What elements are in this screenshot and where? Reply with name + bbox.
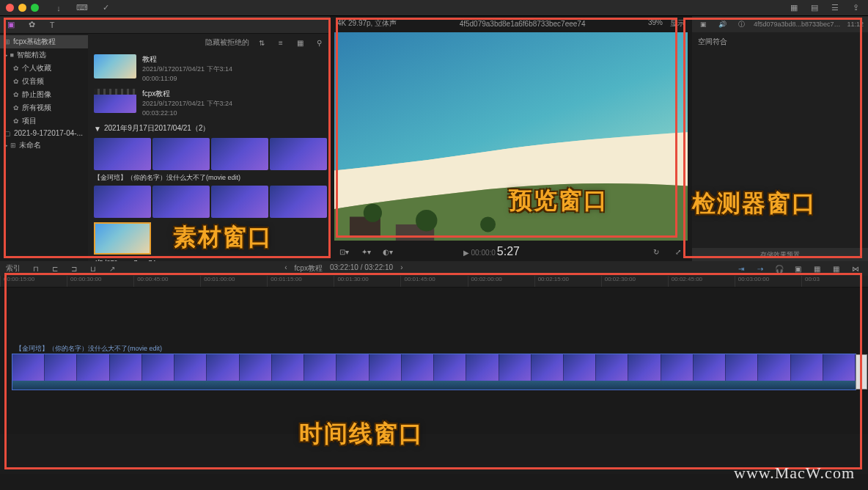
layout2-icon[interactable]: ▤ xyxy=(808,2,821,14)
title-right: ▦ ▤ ☰ ⇪ xyxy=(787,2,862,14)
chevron-left-icon[interactable]: ‹ xyxy=(284,263,287,274)
clip-name: 【金珂培】（你的名字）没什么大不了(movie edit) xyxy=(88,172,330,184)
solo-icon[interactable]: ▣ xyxy=(792,263,805,274)
color-icon[interactable]: ◐▾ xyxy=(381,246,394,257)
insert-icon[interactable]: ⊏ xyxy=(48,263,62,274)
index-button[interactable]: 索引 xyxy=(6,263,21,274)
sidebar-stills[interactable]: ✿静止图像 xyxy=(0,88,88,101)
title-tools: ↓ ⌨ ✓ xyxy=(52,2,112,14)
clip-dur: 00:00:11:09 xyxy=(142,74,232,84)
chevron-icon: ▸ ⊞ xyxy=(4,142,16,149)
view-icon[interactable]: ▦ xyxy=(811,263,824,274)
view-menu[interactable]: 显示 xyxy=(670,18,685,29)
clip-label: 【金珂培】（你的名字）没什么大不了(movie edit) xyxy=(15,344,162,354)
audio-waveform xyxy=(12,381,856,390)
insp-tc: 11:12 xyxy=(847,21,864,28)
sb-label: 静止图像 xyxy=(22,89,51,100)
transitions-icon[interactable]: ⋈ xyxy=(849,263,862,274)
event-group[interactable]: ▼2021年9月17日2017/04/21（2） xyxy=(88,120,330,136)
sidebar-unnamed[interactable]: ▸ ⊞ 未命名 xyxy=(0,139,88,152)
audio-tab-icon[interactable]: 🔊 xyxy=(716,18,729,30)
ruler-tick: 00:03 xyxy=(801,276,868,287)
project-row[interactable]: fcpx教程 2021/9/172017/04/21 下午3:24 00:03:… xyxy=(88,86,330,120)
audio-skim-icon[interactable]: 🎧 xyxy=(773,263,786,274)
timeline-ruler[interactable]: 00:00:15:00 00:00:30:00 00:00:45:00 00:0… xyxy=(0,276,868,288)
save-preset-button[interactable]: 存储效果预置 xyxy=(692,248,868,261)
project-thumb xyxy=(94,54,136,78)
transform-icon[interactable]: ⊡▾ xyxy=(337,246,350,257)
sidebar-projects[interactable]: ✿项目 xyxy=(0,114,88,128)
browser-header: ▣ ✿ T xyxy=(0,16,330,34)
spatial-conform-label: 空间符合 xyxy=(698,37,862,47)
clip-title: 教程 xyxy=(142,54,232,65)
sidebar-library[interactable]: ⊞fcpx基础教程 xyxy=(0,35,88,48)
filter-label[interactable]: 隐藏被拒绝的 xyxy=(205,37,249,48)
keyword-icon[interactable]: ⌨ xyxy=(76,2,89,14)
clip-date: 2021/9/172017/04/21 下午3:24 xyxy=(142,99,232,109)
list-icon[interactable]: ≡ xyxy=(274,37,287,48)
browser-panel: ▣ ✿ T ⊞fcpx基础教程 ▸ ■ 智能精选 ✿个人收藏 ✿仅音频 ✿静止图… xyxy=(0,16,330,261)
snap-icon[interactable]: ⇥ xyxy=(735,263,748,274)
clip-dur: 00:03:22:10 xyxy=(142,109,232,118)
svg-point-3 xyxy=(416,210,437,231)
skim-icon[interactable]: ⇢ xyxy=(754,263,767,274)
append-icon[interactable]: ⊐ xyxy=(67,263,81,274)
clip-thumb xyxy=(270,186,327,218)
play-icon[interactable]: ▶ xyxy=(463,249,469,257)
timeline-header: 索引 ⊓ ⊏ ⊐ ⊔ ↗ ‹ fcpx教程 03:22:10 / 03:22:1… xyxy=(0,261,868,276)
selected-clip[interactable] xyxy=(94,222,151,255)
close-icon[interactable] xyxy=(6,4,14,12)
viewer-canvas[interactable] xyxy=(334,32,688,241)
sidebar-audio[interactable]: ✿仅音频 xyxy=(0,75,88,88)
filmstrip[interactable] xyxy=(88,184,330,219)
watermark: www.MacW.com xyxy=(734,464,855,483)
overwrite-icon[interactable]: ⊔ xyxy=(87,263,100,274)
connect-icon[interactable]: ⊓ xyxy=(29,263,43,274)
sort-icon[interactable]: ⇅ xyxy=(255,37,268,48)
video-tab-icon[interactable]: ▣ xyxy=(696,18,710,30)
search-icon[interactable]: ⚲ xyxy=(312,37,326,48)
chevron-right-icon[interactable]: › xyxy=(400,263,402,274)
loop-icon[interactable]: ↻ xyxy=(650,246,663,257)
share-icon[interactable]: ⇪ xyxy=(849,2,862,14)
minimize-icon[interactable] xyxy=(18,4,26,12)
viewer-header: 4K 29.97p, 立体声 4f5d079a3bd8e1a6f6b8733be… xyxy=(330,16,692,31)
clip-thumb xyxy=(152,186,210,218)
sidebar-video[interactable]: ✿所有视频 xyxy=(0,101,88,114)
maximize-icon[interactable] xyxy=(31,4,39,12)
clip-thumb xyxy=(94,138,151,170)
import-icon[interactable]: ↓ xyxy=(52,2,65,14)
sliders-icon[interactable]: ☰ xyxy=(828,2,842,14)
layout-icon[interactable]: ▦ xyxy=(787,2,801,14)
gear-icon: ✿ xyxy=(13,104,19,111)
unnamed-label: 未命名 xyxy=(19,140,41,150)
timeline-body[interactable]: 【金珂培】（你的名字）没什么大不了(movie edit) xyxy=(0,288,868,434)
bg-tasks-icon[interactable]: ✓ xyxy=(99,2,112,14)
gear-icon: ✿ xyxy=(13,91,19,98)
timeline-clip[interactable]: 【金珂培】（你的名字）没什么大不了(movie edit) xyxy=(12,354,856,390)
titles-icon[interactable]: T xyxy=(45,19,59,31)
project-row[interactable]: 教程 2021/9/172017/04/21 下午3:14 00:00:11:0… xyxy=(88,51,330,86)
zoom-label[interactable]: 39% xyxy=(648,18,663,29)
sidebar-smart[interactable]: ▸ ■ 智能精选 xyxy=(0,48,88,62)
sidebar-event[interactable]: ▢ 2021-9-172017-04-... xyxy=(0,128,88,139)
effects-icon[interactable]: ✦▾ xyxy=(359,246,372,257)
fullscreen-icon[interactable]: ⤢ xyxy=(672,246,685,257)
sidebar-favorites[interactable]: ✿个人收藏 xyxy=(0,62,88,75)
photos-icon[interactable]: ✿ xyxy=(25,19,38,31)
sb-label: 仅音频 xyxy=(22,76,44,87)
arrow-icon[interactable]: ↗ xyxy=(106,263,119,274)
main-row: ▣ ✿ T ⊞fcpx基础教程 ▸ ■ 智能精选 ✿个人收藏 ✿仅音频 ✿静止图… xyxy=(0,16,868,261)
grid-icon: ⊞ xyxy=(4,38,10,45)
ruler-tick: 00:02:45:00 xyxy=(668,276,735,287)
insp-clip-name: 4f5d079a3bd8...b8733bec7eee74 xyxy=(754,21,841,28)
library-icon[interactable]: ▣ xyxy=(4,19,18,31)
inspector-panel: ▣ 🔊 ⓘ 4f5d079a3bd8...b8733bec7eee74 11:1… xyxy=(692,16,868,261)
ruler-tick: 00:01:15:00 xyxy=(267,276,334,287)
grid-view-icon[interactable]: ▦ xyxy=(293,37,306,48)
clip-date: 2021/9/172017/04/21 下午3:14 xyxy=(142,65,232,74)
event-browser: 隐藏被拒绝的 ⇅ ≡ ▦ ⚲ 教程 2021/9/172017/04/21 下午… xyxy=(88,34,330,261)
effects-browser-icon[interactable]: ▦ xyxy=(830,263,843,274)
filmstrip[interactable] xyxy=(88,136,330,172)
info-tab-icon[interactable]: ⓘ xyxy=(735,18,748,30)
